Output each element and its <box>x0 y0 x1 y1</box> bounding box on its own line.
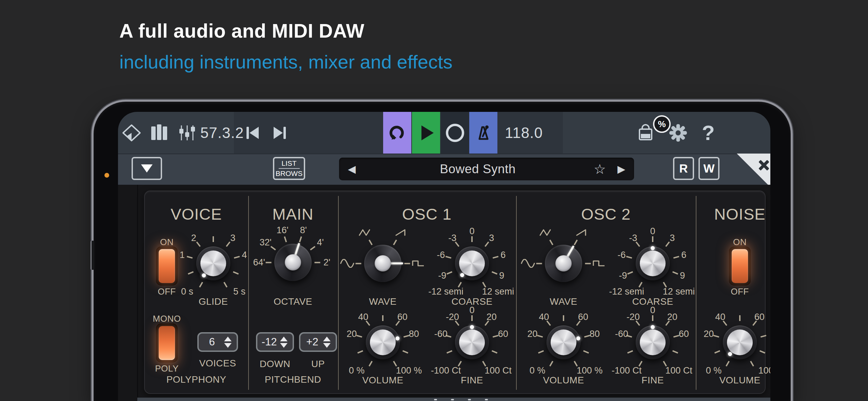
voices-stepper[interactable]: 6 <box>197 332 238 352</box>
list-browser-button[interactable]: LIST BROWS <box>273 157 305 180</box>
knob-tick <box>492 350 497 354</box>
knob-tick-label: 60 <box>498 329 508 339</box>
knob-tick-label: 0 s <box>181 286 193 297</box>
metronome-button[interactable] <box>469 112 497 154</box>
favorite-star-icon[interactable]: ☆ <box>591 161 609 177</box>
knob-tick-label: 8' <box>300 225 307 235</box>
cutoff-glyph <box>451 399 454 400</box>
voice-on-off-switch[interactable] <box>156 246 178 286</box>
knob-tick-label: 60 <box>754 312 765 322</box>
knob-tick-label: 3 <box>489 233 494 243</box>
knob-tick <box>471 236 473 242</box>
forward-button[interactable] <box>270 112 290 154</box>
knob-tick <box>627 350 633 354</box>
play-icon <box>421 125 434 140</box>
knob-tick <box>549 240 553 245</box>
track-dropdown-button[interactable] <box>132 157 162 180</box>
gear-icon[interactable] <box>668 112 688 154</box>
pitchbend-down-stepper[interactable]: -12 <box>256 332 294 352</box>
knob-tick <box>226 241 231 247</box>
knob-tick <box>196 241 201 247</box>
saw-wave-icon <box>395 228 407 237</box>
tempo-display[interactable]: 118.0 <box>498 112 549 154</box>
saw-wave-icon <box>575 228 588 237</box>
knob-tick <box>369 240 373 245</box>
knob-tick <box>626 256 632 259</box>
corner-fold <box>737 154 770 187</box>
noise-on-label: ON <box>733 237 747 247</box>
knob-tick <box>726 361 730 366</box>
knob-tick-label: 0 <box>469 226 474 237</box>
knob-tick-label: 60 <box>578 312 588 322</box>
play-button[interactable] <box>412 112 440 154</box>
knob-tick-label: -3 <box>629 233 637 243</box>
knob-tick-label: -20 <box>446 312 459 322</box>
knob-tick-label: 4 <box>242 250 247 260</box>
preset-prev-button[interactable]: ◀ <box>339 163 364 175</box>
phone-side-button <box>91 241 94 270</box>
knob-tick-label: -100 Ct <box>431 365 461 376</box>
knob-tick <box>652 315 653 321</box>
preset-next-button[interactable]: ▶ <box>609 163 634 175</box>
knob-tick <box>233 271 239 275</box>
mono-poly-switch[interactable] <box>156 323 178 363</box>
record-button[interactable] <box>441 112 469 154</box>
knob-tick <box>234 256 240 259</box>
knob-tick-label: 3 <box>670 233 675 243</box>
stepper-arrows-icon[interactable] <box>222 337 237 348</box>
knob-tick <box>652 236 653 242</box>
knob-tick <box>739 315 741 321</box>
rewind-button[interactable] <box>243 112 262 154</box>
knob-tick <box>284 236 287 242</box>
knob-tick <box>357 350 363 354</box>
pitchbend-up-stepper[interactable]: +2 <box>299 332 337 352</box>
section-title-voice: VOICE <box>171 205 222 223</box>
knob-tick-label: 20 <box>667 312 677 322</box>
knob-cap <box>555 255 572 272</box>
section-title-noise: NOISE <box>714 205 765 223</box>
keyboard-icon[interactable] <box>150 112 169 154</box>
poly-label: POLY <box>155 363 178 374</box>
knob-tick <box>446 256 451 259</box>
recording-indicator-dot <box>104 173 109 178</box>
section-title-osc1: OSC 1 <box>402 205 452 223</box>
knob-tick-label: 6 <box>681 250 686 260</box>
knob-tick-label: 64' <box>253 257 265 268</box>
knob-tick <box>447 350 452 354</box>
down-label: DOWN <box>260 359 291 369</box>
noise-volume-label: VOLUME <box>719 375 760 386</box>
stepper-arrows-icon[interactable] <box>321 337 336 348</box>
knob-tick-label: 80 <box>409 329 419 339</box>
divider <box>279 168 300 169</box>
knob-tick <box>750 361 754 366</box>
up-label: UP <box>311 359 325 369</box>
noise-on-off-switch[interactable] <box>729 246 751 286</box>
knob-tick <box>266 262 272 263</box>
read-automation-button[interactable]: R <box>673 157 694 180</box>
knob-tick <box>213 236 214 242</box>
osc2-fine-label: FINE <box>642 375 664 386</box>
cycle-button[interactable] <box>383 112 411 154</box>
preset-name[interactable]: Bowed Synth <box>364 162 591 176</box>
knob-tick <box>356 335 362 338</box>
song-position-display[interactable]: 57.3.2 <box>197 112 248 154</box>
steinberg-logo-icon[interactable] <box>121 112 142 154</box>
shop-bag-icon[interactable] <box>636 112 655 154</box>
knob-tick-label: 80 <box>590 329 600 339</box>
mixer-icon[interactable] <box>178 112 196 154</box>
knob-tick-label: 20 <box>527 329 537 339</box>
knob-tick <box>672 350 678 354</box>
stepper-arrows-icon[interactable] <box>278 337 293 348</box>
knob-tick-label: -60 <box>434 329 448 339</box>
knob-tick-label: 100 <box>758 365 770 376</box>
mono-label: MONO <box>153 314 181 324</box>
help-button[interactable]: ? <box>702 112 715 154</box>
voice-on-label: ON <box>160 237 174 247</box>
voice-off-label: OFF <box>158 286 176 297</box>
write-automation-button[interactable]: W <box>698 157 719 180</box>
knob-sheen <box>551 329 576 355</box>
down-value: -12 <box>257 336 278 348</box>
knob-tick-label: 40 <box>358 312 368 322</box>
knob-tick-label: 0 <box>650 226 655 237</box>
osc1-fine-label: FINE <box>461 375 483 386</box>
